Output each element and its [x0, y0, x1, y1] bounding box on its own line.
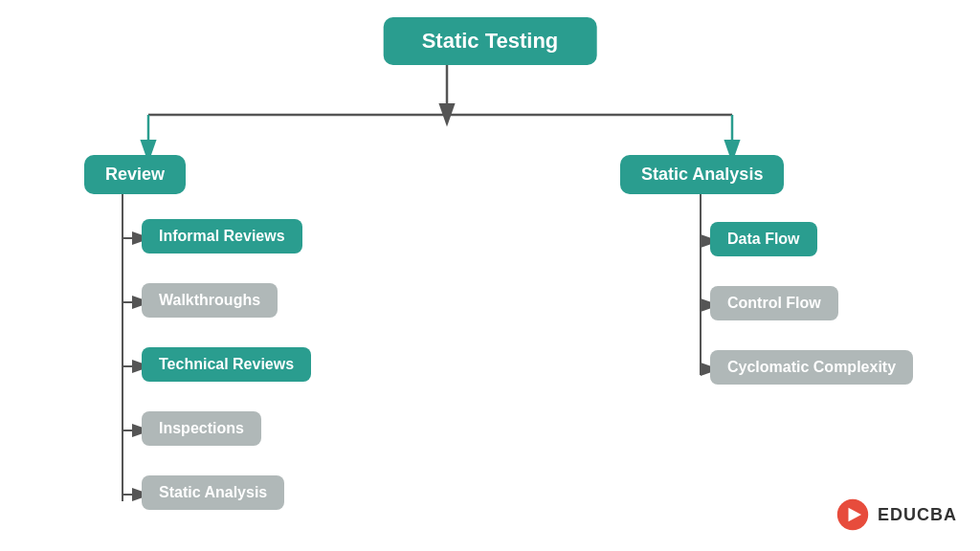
review-branch-node: Review: [84, 155, 186, 194]
educba-logo: EDUCBA: [835, 497, 957, 532]
static-analysis-branch-node: Static Analysis: [620, 155, 784, 194]
connectors-svg: [0, 0, 980, 551]
educba-icon: [835, 497, 870, 532]
educba-text: EDUCBA: [878, 505, 957, 525]
leaf-data-flow: Data Flow: [710, 222, 817, 256]
leaf-informal-reviews: Informal Reviews: [142, 219, 302, 253]
leaf-static-analysis-left: Static Analysis: [142, 475, 284, 510]
leaf-technical-reviews: Technical Reviews: [142, 347, 311, 382]
leaf-cyclomatic-complexity: Cyclomatic Complexity: [710, 350, 913, 385]
leaf-inspections: Inspections: [142, 411, 261, 446]
leaf-control-flow: Control Flow: [710, 286, 838, 320]
root-node: Static Testing: [384, 17, 597, 65]
diagram-container: Static Testing Review Static Analysis In…: [0, 0, 980, 551]
leaf-walkthroughs: Walkthroughs: [142, 283, 278, 318]
